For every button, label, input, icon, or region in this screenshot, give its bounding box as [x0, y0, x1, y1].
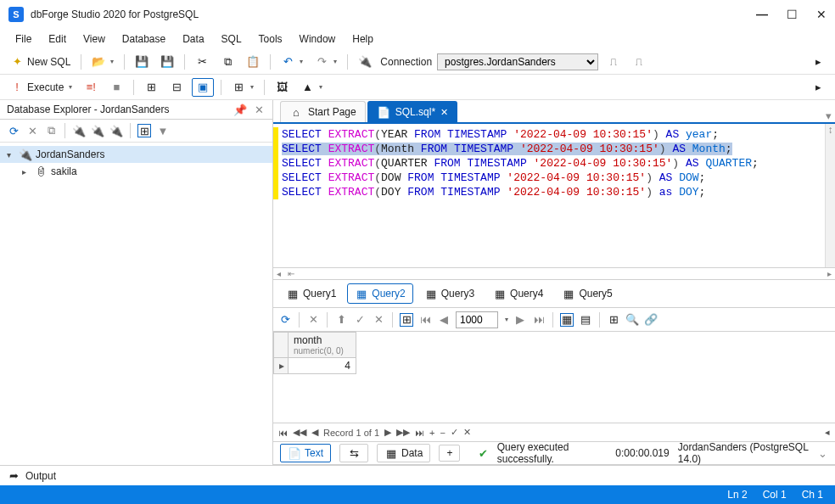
- menu-window[interactable]: Window: [293, 31, 343, 47]
- nav-prev-icon[interactable]: ◀: [311, 427, 318, 438]
- execute-current-button[interactable]: ≡!: [81, 79, 101, 96]
- menu-data[interactable]: Data: [176, 31, 210, 47]
- page-size-input[interactable]: [456, 311, 498, 328]
- reject-icon[interactable]: ✕: [372, 313, 385, 327]
- redo-button[interactable]: ↷▾: [311, 53, 340, 70]
- menu-help[interactable]: Help: [345, 31, 380, 47]
- result-tab-3[interactable]: ▦Query3: [417, 283, 482, 304]
- grid-view-icon[interactable]: ▦: [560, 313, 574, 327]
- tree-connection-node[interactable]: 🔌 JordanSanders: [0, 146, 272, 163]
- overflow-2-button[interactable]: ▸: [808, 79, 828, 96]
- nav-accept-icon[interactable]: ✓: [451, 427, 458, 438]
- data-mode-button[interactable]: ▦ Data: [377, 444, 430, 462]
- db-tool-1-button[interactable]: ⎍: [603, 53, 624, 70]
- overflow-1-button[interactable]: ▸: [808, 53, 828, 70]
- connection-select[interactable]: postgres.JordanSanders: [437, 53, 598, 70]
- panel-close-icon[interactable]: ✕: [252, 103, 266, 116]
- clear-icon[interactable]: ✕: [306, 313, 320, 327]
- save-all-button[interactable]: 💾: [157, 53, 177, 70]
- paste-button[interactable]: 📋: [243, 53, 263, 70]
- tabs-dropdown-icon[interactable]: ▾: [821, 109, 835, 122]
- pivot-icon[interactable]: ⊞: [607, 313, 620, 327]
- undo-button[interactable]: ↶▾: [277, 53, 306, 70]
- filter-icon[interactable]: ▼: [156, 124, 170, 137]
- text-mode-button[interactable]: 📄 Text: [280, 444, 331, 462]
- copy-icon[interactable]: ⧉: [44, 124, 58, 137]
- result-tab-2[interactable]: ▦Query2: [347, 283, 412, 304]
- tab-close-icon[interactable]: ✕: [440, 107, 448, 118]
- menu-view[interactable]: View: [76, 31, 112, 47]
- connect2-icon[interactable]: 🔌: [91, 124, 104, 137]
- view-toggle-button[interactable]: ▣: [192, 78, 214, 97]
- nav-prev-page-icon[interactable]: ◀◀: [293, 427, 306, 438]
- maximize-button[interactable]: ☐: [787, 8, 798, 21]
- last-page-icon[interactable]: ⏭: [532, 313, 546, 327]
- find-icon[interactable]: 🔍: [625, 313, 639, 327]
- execute-button[interactable]: ! Execute▾: [7, 79, 76, 96]
- page-mode-icon[interactable]: ⊞: [400, 313, 413, 327]
- pin-icon[interactable]: 📌: [233, 103, 247, 116]
- output-panel-header[interactable]: ➦ Output: [0, 465, 835, 485]
- nav-remove-icon[interactable]: −: [440, 428, 445, 438]
- cut-button[interactable]: ✂: [192, 53, 212, 70]
- disconnect-icon[interactable]: 🔌: [109, 124, 123, 137]
- h-scroll-right-icon[interactable]: ▸: [824, 269, 835, 278]
- accept-icon[interactable]: ✓: [353, 313, 367, 327]
- close-button[interactable]: ✕: [816, 8, 827, 21]
- db-tool-2-button[interactable]: ⎍: [629, 53, 649, 70]
- h-scroll-left-end-icon[interactable]: ⇤: [284, 269, 298, 278]
- prev-page-icon[interactable]: ◀: [437, 313, 451, 327]
- menu-file[interactable]: File: [8, 31, 38, 47]
- page-size-dd-icon[interactable]: ▾: [505, 316, 508, 323]
- commit-icon[interactable]: ⬆: [334, 313, 348, 327]
- connection-plug-button[interactable]: 🔌: [355, 53, 375, 70]
- menu-edit[interactable]: Edit: [42, 31, 73, 47]
- caret-down-icon[interactable]: [7, 148, 15, 160]
- format-button[interactable]: ⊞: [141, 79, 161, 96]
- editor-link-icon[interactable]: 🔗: [644, 313, 658, 327]
- profile-button[interactable]: ▲▾: [297, 79, 326, 96]
- grid-options-button[interactable]: ⊞▾: [228, 79, 257, 96]
- add-mode-button[interactable]: +: [439, 445, 460, 462]
- result-tab-1[interactable]: ▦Query1: [278, 283, 344, 304]
- menu-sql[interactable]: SQL: [215, 31, 249, 47]
- menu-tools[interactable]: Tools: [252, 31, 289, 47]
- new-sql-button[interactable]: ✦ New SQL: [7, 53, 74, 70]
- object-filter-icon[interactable]: ⊞: [137, 124, 151, 137]
- result-grid[interactable]: month numeric(0, 0) ▸ 4: [273, 332, 835, 379]
- next-page-icon[interactable]: ▶: [513, 313, 527, 327]
- open-button[interactable]: 📂▾: [88, 53, 117, 70]
- tab-start-page[interactable]: ⌂ Start Page: [280, 101, 366, 122]
- nav-next-icon[interactable]: ▶: [384, 427, 391, 438]
- first-page-icon[interactable]: ⏮: [418, 313, 432, 327]
- h-scroll-left-icon[interactable]: ◂: [273, 269, 284, 278]
- nav-first-icon[interactable]: ⏮: [278, 428, 288, 438]
- result-tab-4[interactable]: ▦Query4: [485, 283, 551, 304]
- result-tab-5[interactable]: ▦Query5: [554, 283, 619, 304]
- nav-next-page-icon[interactable]: ▶▶: [396, 427, 410, 438]
- menu-database[interactable]: Database: [115, 31, 172, 47]
- export-button[interactable]: 🖼: [272, 79, 292, 96]
- tab-sql-file[interactable]: 📄 SQL.sql* ✕: [367, 101, 457, 122]
- db-tree[interactable]: 🔌 JordanSanders 🛢 sakila: [0, 143, 272, 465]
- card-view-icon[interactable]: ▤: [579, 313, 592, 327]
- comment-button[interactable]: ⊟: [166, 79, 187, 96]
- nav-cancel-icon[interactable]: ✕: [463, 427, 471, 438]
- nav-hscroll-icon[interactable]: ◂: [825, 427, 830, 438]
- table-row[interactable]: ▸ 4: [273, 358, 835, 374]
- copy-button[interactable]: ⧉: [217, 53, 238, 70]
- stop-button[interactable]: ■: [106, 79, 126, 96]
- swap-mode-button[interactable]: ⇆: [339, 444, 368, 462]
- cell-value[interactable]: 4: [289, 358, 356, 374]
- nav-last-icon[interactable]: ⏭: [415, 428, 424, 438]
- save-button[interactable]: 💾: [132, 53, 152, 70]
- refresh-icon[interactable]: ⟳: [7, 124, 20, 137]
- nav-add-icon[interactable]: +: [429, 428, 434, 438]
- refresh-icon[interactable]: ⟳: [278, 313, 292, 327]
- caret-right-icon[interactable]: [22, 165, 31, 177]
- sql-editor[interactable]: SELECT EXTRACT(YEAR FROM TIMESTAMP '2022…: [273, 124, 835, 268]
- tree-database-node[interactable]: 🛢 sakila: [0, 163, 272, 180]
- connect-icon[interactable]: 🔌: [72, 124, 86, 137]
- minimize-button[interactable]: —: [756, 8, 768, 21]
- delete-icon[interactable]: ✕: [25, 124, 39, 137]
